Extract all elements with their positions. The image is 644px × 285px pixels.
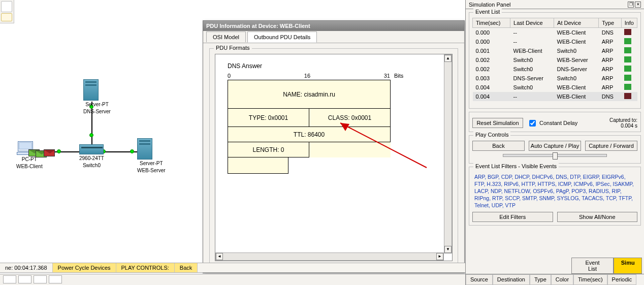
col-ptime[interactable]: Time(sec) [573, 274, 607, 285]
col-color[interactable]: Color [551, 274, 573, 285]
device-type-icon[interactable] [18, 275, 31, 283]
window-title[interactable]: PDU Information at Device: WEB-Client [203, 21, 464, 31]
constant-delay-checkbox[interactable]: Constant Delay [527, 118, 577, 128]
scroll-up-icon[interactable]: ▲ [444, 55, 452, 62]
server-icon [83, 79, 99, 101]
device-type-icon[interactable] [3, 275, 16, 283]
simulation-button[interactable]: Simu [614, 258, 642, 274]
auto-capture-button[interactable]: Auto Capture / Play [529, 141, 581, 151]
device-type-icon[interactable] [34, 275, 47, 283]
ev-last: Switch0 [510, 65, 554, 74]
edit-filters-button[interactable]: Edit Filters [472, 212, 553, 222]
hand-tool[interactable] [1, 13, 12, 21]
pc-label-2: WEB-Client [16, 164, 43, 170]
bits-label: Bits [394, 73, 403, 79]
ev-type: ARP [599, 83, 621, 92]
scroll-left-icon[interactable]: ◄ [216, 253, 223, 260]
tool-button[interactable] [1, 1, 12, 12]
bottom-device-bar[interactable] [0, 274, 465, 285]
play-controls-legend: Play Controls [473, 132, 510, 138]
ev-last: -- [510, 37, 554, 46]
scrollbar-vertical[interactable]: ▲ ▼ [444, 54, 452, 254]
back-button[interactable]: Back [472, 141, 525, 151]
col-ptype[interactable]: Type [530, 274, 551, 285]
col-type[interactable]: Type [599, 18, 621, 28]
ev-info[interactable] [621, 92, 637, 101]
filters-group: Event List Filters - Visible Events ARP,… [469, 167, 641, 226]
ev-info[interactable] [621, 65, 637, 74]
ev-info[interactable] [621, 28, 637, 38]
link-led [89, 133, 93, 137]
constant-delay-input[interactable] [529, 120, 536, 126]
ev-at: Switch0 [554, 46, 599, 55]
device-web[interactable]: Server-PT WEB-Server [137, 138, 166, 174]
pdu-scroll-area[interactable]: DNS Answer 0 16 31 Bits NAME: cisadmin.r… [215, 54, 453, 261]
ev-info[interactable] [621, 55, 637, 65]
slider-thumb[interactable] [553, 152, 558, 160]
ev-time: 0.002 [473, 55, 510, 65]
ev-info[interactable] [621, 46, 637, 55]
tab-bar: OSI Model Outbound PDU Details [203, 31, 464, 43]
ev-type: DNS [599, 92, 621, 101]
col-at[interactable]: At Device [554, 18, 599, 28]
captured-to-label: Captured to: [609, 117, 637, 123]
ev-at: DNS-Server [554, 65, 599, 74]
play-controls-group: Play Controls Back Auto Capture / Play C… [469, 135, 641, 164]
scroll-right-icon[interactable]: ► [436, 253, 443, 260]
event-list-button[interactable]: Event List [571, 258, 614, 274]
ev-time: 0.003 [473, 74, 510, 83]
event-row[interactable]: 0.001WEB-ClientSwitch0ARP [473, 46, 637, 55]
event-row[interactable]: 0.004Switch0WEB-ClientARP [473, 83, 637, 92]
speed-slider[interactable] [503, 154, 607, 157]
event-row[interactable]: 0.003DNS-ServerSwitch0ARP [473, 74, 637, 83]
ev-time: 0.004 [473, 83, 510, 92]
ev-at: Switch0 [554, 74, 599, 83]
ev-time: 0.001 [473, 46, 510, 55]
reset-simulation-button[interactable]: Reset Simulation [472, 118, 523, 128]
ev-type: ARP [599, 55, 621, 65]
col-last[interactable]: Last Device [510, 18, 554, 28]
capture-forward-button[interactable]: Capture / Forward [585, 141, 637, 151]
event-row[interactable]: 0.000--WEB-ClientARP [473, 37, 637, 46]
event-row[interactable]: 0.000--WEB-ClientDNS [473, 28, 637, 38]
ev-last: WEB-Client [510, 46, 554, 55]
tab-osi-model[interactable]: OSI Model [206, 31, 246, 42]
sim-panel-header[interactable]: Simulation Panel ❐ ✕ [466, 0, 644, 9]
ev-info[interactable] [621, 37, 637, 46]
ev-last: -- [510, 92, 554, 101]
event-row[interactable]: 0.002Switch0DNS-ServerARP [473, 65, 637, 74]
event-row[interactable]: 0.004--WEB-ClientDNS [473, 92, 637, 101]
close-icon[interactable]: ✕ [635, 2, 641, 8]
left-toolbar [0, 0, 14, 23]
ev-info[interactable] [621, 83, 637, 92]
col-periodic[interactable]: Periodic [607, 274, 637, 285]
undock-icon[interactable]: ❐ [628, 2, 634, 8]
sim-controls-group: Reset Simulation Constant Delay Captured… [469, 112, 641, 132]
web-label-2: WEB-Server [137, 168, 166, 174]
ev-type: ARP [599, 37, 621, 46]
event-list-table[interactable]: Time(sec) Last Device At Device Type Inf… [472, 18, 637, 101]
status-back-button[interactable]: Back [175, 263, 198, 272]
pdu-info-window[interactable]: PDU Information at Device: WEB-Client OS… [203, 20, 465, 273]
ruler-31: 31 [384, 73, 390, 79]
show-all-none-button[interactable]: Show All/None [557, 212, 638, 222]
col-destination[interactable]: Destination [493, 274, 530, 285]
scrollbar-horizontal[interactable]: ◄ ► [215, 252, 444, 261]
col-time[interactable]: Time(sec) [473, 18, 510, 28]
event-row[interactable]: 0.002Switch0WEB-ServerARP [473, 55, 637, 65]
bit-ruler: 0 16 31 [228, 73, 390, 79]
device-switch[interactable]: 2960-24TT Switch0 [79, 144, 104, 169]
power-cycle-button[interactable]: Power Cycle Devices [53, 263, 116, 272]
web-label-1: Server-PT [137, 161, 166, 167]
constant-delay-label: Constant Delay [539, 120, 577, 126]
col-source[interactable]: Source [466, 274, 493, 285]
device-type-icon[interactable] [49, 275, 62, 283]
pdu-envelope[interactable] [44, 149, 55, 156]
device-dns[interactable]: Server-PT DNS-Server [83, 79, 111, 115]
ev-info[interactable] [621, 74, 637, 83]
scroll-down-icon[interactable]: ▼ [444, 246, 452, 253]
ev-last: Switch0 [510, 55, 554, 65]
tab-outbound-pdu[interactable]: Outbound PDU Details [247, 31, 317, 43]
length-field: LENGTH: 0 [228, 142, 309, 157]
col-info[interactable]: Info [621, 18, 637, 28]
